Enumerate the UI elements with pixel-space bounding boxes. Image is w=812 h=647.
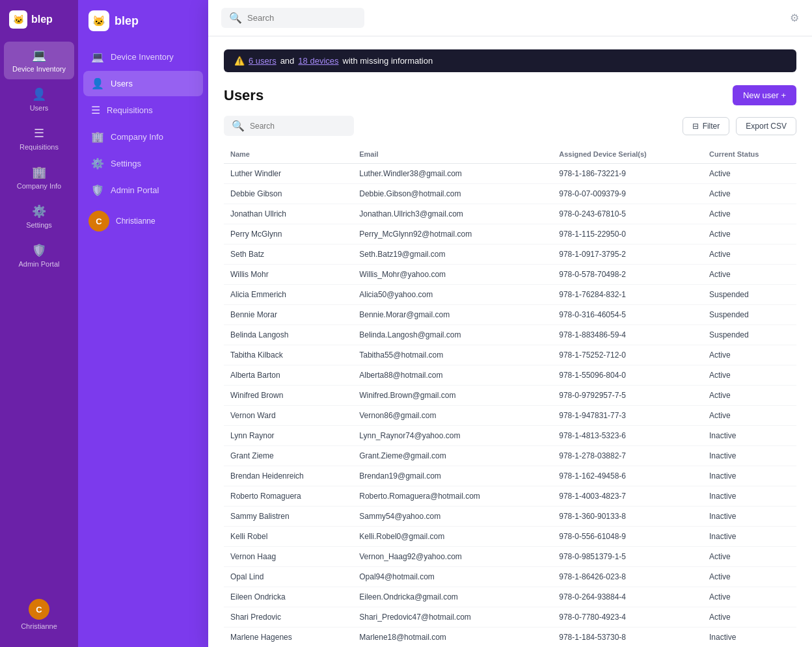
user-serial-cell: 978-0-243-67810-5	[552, 204, 703, 224]
user-name-cell: Shari Predovic	[224, 607, 353, 627]
sidebar-item-admin-portal[interactable]: 🛡️ Admin Portal	[4, 237, 74, 274]
user-name-cell: Debbie Gibson	[224, 184, 353, 204]
user-email-cell: Lynn_Raynor74@yahoo.com	[353, 426, 552, 446]
users-table: Name Email Assigned Device Serial(s) Cur…	[224, 145, 796, 647]
users-export-button[interactable]: Export CSV	[736, 117, 796, 135]
users-alert-and: and	[280, 56, 295, 66]
user-email-cell: Sammy54@yahoo.com	[353, 507, 552, 527]
table-row[interactable]: Sammy Balistren Sammy54@yahoo.com 978-1-…	[224, 507, 796, 527]
popup-nav-users[interactable]: 👤 Users	[83, 71, 203, 96]
table-row[interactable]: Shari Predovic Shari_Predovic47@hotmail.…	[224, 607, 796, 627]
user-serial-cell: 978-1-883486-59-4	[552, 325, 703, 345]
users-filter-icon: ⊟	[692, 122, 699, 131]
popup-settings-icon[interactable]: ⚙	[790, 12, 799, 24]
table-row[interactable]: Perry McGlynn Perry_McGlynn92@hotmail.co…	[224, 224, 796, 244]
table-row[interactable]: Opal Lind Opal94@hotmail.com 978-1-86426…	[224, 567, 796, 587]
table-row[interactable]: Vernon Haag Vernon_Haag92@yahoo.com 978-…	[224, 547, 796, 567]
users-filter-label: Filter	[703, 122, 720, 131]
user-email-cell: Vernon86@gmail.com	[353, 406, 552, 426]
popup-nav-settings[interactable]: ⚙️ Settings	[83, 151, 203, 176]
users-search-top-input[interactable]	[247, 13, 357, 23]
sidebar-logo: 🐱 blep	[0, 10, 78, 42]
sidebar-item-label: Settings	[26, 221, 52, 229]
user-status-cell: Inactive	[703, 486, 796, 507]
table-row[interactable]: Debbie Gibson Debbie.Gibson@hotmail.com …	[224, 184, 796, 204]
table-row[interactable]: Tabitha Kilback Tabitha55@hotmail.com 97…	[224, 345, 796, 365]
user-serial-cell: 978-0-264-93884-4	[552, 587, 703, 607]
user-status-cell: Active	[703, 184, 796, 204]
popup-nav-label: Admin Portal	[111, 185, 159, 195]
user-serial-cell: 978-0-578-70498-2	[552, 265, 703, 285]
blep-logo-icon: 🐱	[9, 10, 27, 29]
table-row[interactable]: Roberto Romaguera Roberto.Romaguera@hotm…	[224, 486, 796, 507]
user-serial-cell: 978-1-360-90133-8	[552, 507, 703, 527]
user-serial-cell: 978-1-186-73221-9	[552, 164, 703, 184]
sidebar-item-label: Requisitions	[20, 143, 59, 151]
users-search-icon: 🔍	[232, 120, 245, 132]
admin-portal-icon: 🛡️	[32, 243, 46, 257]
users-alert-users-link[interactable]: 6 users	[249, 56, 277, 66]
users-alert-devices-link[interactable]: 18 devices	[298, 56, 338, 66]
popup-admin-icon: 🛡️	[91, 184, 104, 196]
popup-user-footer[interactable]: C Christianne	[78, 203, 208, 239]
table-row[interactable]: Bennie Morar Bennie.Morar@gmail.com 978-…	[224, 305, 796, 325]
table-row[interactable]: Eileen Ondricka Eileen.Ondricka@gmail.co…	[224, 587, 796, 607]
popup-settings-icon: ⚙️	[91, 157, 104, 170]
sidebar-item-company-info[interactable]: 🏢 Company Info	[4, 159, 74, 196]
user-serial-cell: 978-0-556-61048-9	[552, 527, 703, 547]
table-row[interactable]: Jonathan Ullrich Jonathan.Ullrich3@gmail…	[224, 204, 796, 224]
table-row[interactable]: Luther Windler Luther.Windler38@gmail.co…	[224, 164, 796, 184]
table-row[interactable]: Lynn Raynor Lynn_Raynor74@yahoo.com 978-…	[224, 426, 796, 446]
table-row[interactable]: Alberta Barton Alberta88@hotmail.com 978…	[224, 365, 796, 386]
users-alert-icon: ⚠️	[234, 56, 245, 66]
user-email-cell: Vernon_Haag92@yahoo.com	[353, 547, 552, 567]
user-email-cell: Seth.Batz19@gmail.com	[353, 244, 552, 265]
popup-logo-icon: 🐱	[88, 10, 109, 31]
company-info-icon: 🏢	[32, 165, 46, 179]
users-popup-overlay: 🐱 blep 💻 Device Inventory 👤 Users ☰ Requ…	[78, 0, 812, 647]
user-status-cell: Suspended	[703, 285, 796, 305]
user-email-cell: Marlene18@hotmail.com	[353, 627, 552, 648]
popup-nav-admin-portal[interactable]: 🛡️ Admin Portal	[83, 178, 203, 203]
popup-avatar: C	[88, 211, 109, 231]
sidebar-item-users[interactable]: 👤 Users	[4, 81, 74, 118]
table-row[interactable]: Seth Batz Seth.Batz19@gmail.com 978-1-09…	[224, 244, 796, 265]
users-filter-button[interactable]: ⊟ Filter	[683, 117, 730, 135]
users-search-input[interactable]	[250, 122, 346, 131]
table-row[interactable]: Willis Mohr Willis_Mohr@yahoo.com 978-0-…	[224, 265, 796, 285]
table-row[interactable]: Brendan Heidenreich Brendan19@gmail.com …	[224, 466, 796, 486]
users-search-bar[interactable]: 🔍	[224, 116, 354, 136]
popup-users-icon: 👤	[91, 77, 104, 90]
popup-nav-requisitions[interactable]: ☰ Requisitions	[83, 98, 203, 123]
users-alert-banner: ⚠️ 6 users and 18 devices with missing i…	[224, 49, 796, 72]
sidebar-item-label: Admin Portal	[19, 260, 60, 268]
popup-nav-device-inventory[interactable]: 💻 Device Inventory	[83, 44, 203, 70]
sidebar-item-device-inventory[interactable]: 💻 Device Inventory	[4, 42, 74, 79]
main-content-area: 🔍 ⚙ ⚠️ 6 users and 18 devices with missi…	[78, 0, 812, 647]
user-status-cell: Active	[703, 365, 796, 386]
users-top-search[interactable]: 🔍	[221, 8, 364, 28]
sidebar-username: Christianne	[21, 622, 57, 630]
table-row[interactable]: Belinda Langosh Belinda.Langosh@gmail.co…	[224, 325, 796, 345]
sidebar-item-settings[interactable]: ⚙️ Settings	[4, 198, 74, 235]
user-email-cell: Luther.Windler38@gmail.com	[353, 164, 552, 184]
users-actions: ⊟ Filter Export CSV	[683, 117, 796, 135]
table-row[interactable]: Grant Zieme Grant.Zieme@gmail.com 978-1-…	[224, 446, 796, 466]
table-row[interactable]: Winifred Brown Winifred.Brown@gmail.com …	[224, 386, 796, 406]
user-email-cell: Belinda.Langosh@gmail.com	[353, 325, 552, 345]
sidebar-logo-text: blep	[31, 14, 53, 25]
new-user-button[interactable]: New user +	[733, 85, 796, 105]
user-name-cell: Roberto Romaguera	[224, 486, 353, 507]
sidebar-item-requisitions[interactable]: ☰ Requisitions	[4, 120, 74, 157]
table-row[interactable]: Marlene Hagenes Marlene18@hotmail.com 97…	[224, 627, 796, 648]
table-row[interactable]: Vernon Ward Vernon86@gmail.com 978-1-947…	[224, 406, 796, 426]
table-row[interactable]: Alicia Emmerich Alicia50@yahoo.com 978-1…	[224, 285, 796, 305]
sidebar-item-label: Users	[30, 104, 49, 112]
user-email-cell: Debbie.Gibson@hotmail.com	[353, 184, 552, 204]
sidebar-user-footer[interactable]: C Christianne	[0, 592, 78, 637]
avatar: C	[29, 599, 49, 620]
user-name-cell: Winifred Brown	[224, 386, 353, 406]
table-row[interactable]: Kelli Robel Kelli.Robel0@gmail.com 978-0…	[224, 527, 796, 547]
popup-search-icon: 🔍	[229, 12, 242, 24]
popup-nav-company-info[interactable]: 🏢 Company Info	[83, 124, 203, 150]
